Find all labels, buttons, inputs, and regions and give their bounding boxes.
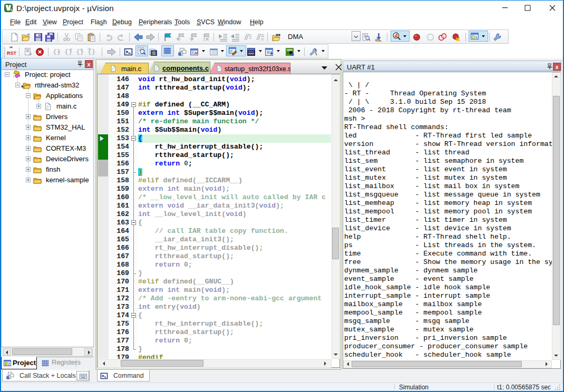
svg-text:5: 5 <box>11 8 13 12</box>
svg-text:d: d <box>394 33 397 38</box>
svg-text:{}: {} <box>76 48 84 56</box>
svg-text:S: S <box>152 50 155 56</box>
